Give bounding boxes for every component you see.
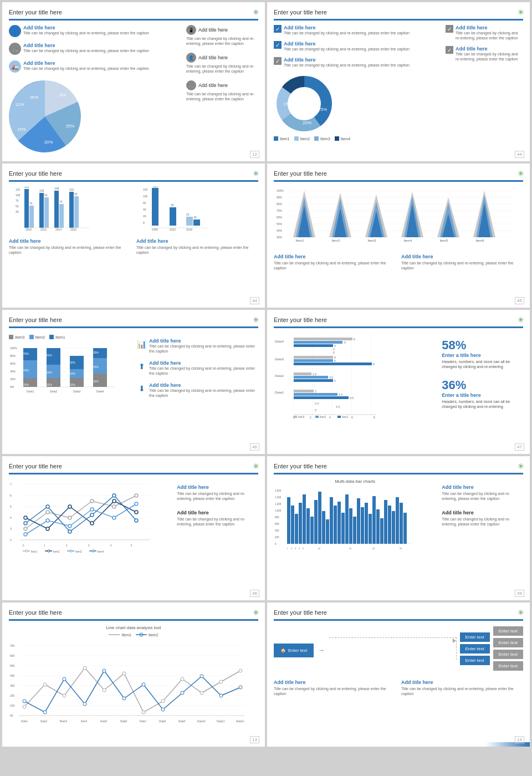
svg-point-335: [43, 711, 47, 714]
svg-point-219: [135, 510, 138, 514]
svg-rect-285: [376, 509, 380, 544]
svg-rect-152: [294, 341, 342, 344]
svg-text:6: 6: [351, 416, 353, 419]
svg-point-340: [142, 683, 145, 686]
svg-text:Item3: Item3: [298, 416, 305, 418]
chart3a-title: Add title here: [9, 238, 131, 244]
check-desc-5: Title can be changed by clicking and re-…: [456, 52, 523, 62]
svg-text:400: 400: [10, 674, 15, 677]
box-6[interactable]: Enter text: [493, 650, 523, 659]
svg-text:23: 23: [186, 213, 190, 216]
svg-rect-52: [186, 217, 193, 226]
box-7[interactable]: Enter text: [493, 661, 523, 671]
box-4[interactable]: Enter text: [493, 626, 523, 636]
svg-point-221: [46, 519, 49, 522]
svg-text:30%: 30%: [93, 380, 99, 383]
item-1-title: Add title here: [23, 25, 149, 30]
svg-text:70%: 70%: [277, 209, 283, 212]
svg-text:Item1: Item1: [342, 416, 349, 418]
svg-text:2: 2: [10, 538, 12, 542]
svg-rect-275: [337, 502, 341, 544]
svg-text:300: 300: [10, 684, 15, 687]
svg-point-242: [92, 550, 94, 552]
svg-text:2016: 2016: [70, 228, 76, 231]
legend-5-3: Item1: [49, 335, 65, 339]
legend-item-1: Item1: [274, 136, 290, 141]
svg-text:2.4: 2.4: [315, 402, 319, 405]
box-2[interactable]: Enter text: [460, 644, 490, 654]
svg-rect-170: [294, 379, 333, 382]
svg-rect-267: [306, 508, 310, 544]
checkbox-5[interactable]: ✓: [446, 46, 453, 54]
icon-download: ⬇: [136, 382, 147, 395]
home-text: Enter text: [288, 648, 307, 653]
checkbox-2[interactable]: ✓: [274, 41, 282, 49]
slide-8-title: Enter your title here: [274, 463, 523, 469]
svg-text:20%: 20%: [47, 383, 53, 386]
right-icon-3: 🚲: [186, 80, 196, 90]
stat-2-desc: Headers, numbers, and more can all be ch…: [442, 399, 523, 409]
svg-rect-150: [294, 338, 352, 340]
checkbox-4[interactable]: ✓: [446, 25, 453, 33]
box-5[interactable]: Enter text: [493, 638, 523, 647]
svg-rect-28: [69, 192, 74, 228]
icon-upload: ⬆: [136, 360, 147, 372]
line-chart-7: 7 6 5 4 3 2 0 1 2 3 4 5: [9, 479, 153, 557]
svg-text:20: 20: [143, 215, 146, 218]
svg-text:40%: 40%: [300, 89, 309, 94]
slide5-r2-desc: Title can be changed by clicking and re-…: [149, 366, 258, 376]
svg-text:2: 2: [66, 544, 68, 547]
svg-rect-49: [170, 207, 176, 226]
svg-text:8: 8: [374, 416, 375, 419]
svg-text:Data10: Data10: [197, 720, 206, 723]
svg-text:0: 0: [275, 543, 277, 545]
box-3[interactable]: Enter text: [460, 656, 490, 665]
svg-text:3: 3: [295, 548, 296, 550]
svg-text:Data5: Data5: [100, 720, 108, 723]
svg-point-324: [63, 694, 66, 697]
slide10-title1: Add title here: [274, 680, 396, 685]
slide10-title2: Add title here: [401, 680, 523, 685]
svg-text:4: 4: [10, 516, 12, 519]
slide4-title2: Add title here: [401, 254, 523, 259]
snowflake-icon-1: ✳: [253, 8, 259, 17]
slide-10: Enter your title here ✳ 🏠 Enter text →: [267, 603, 530, 747]
svg-rect-281: [361, 507, 364, 544]
svg-rect-177: [294, 396, 349, 399]
svg-point-208: [24, 527, 27, 530]
svg-text:40%: 40%: [23, 352, 29, 355]
check-title-5: Add title here: [456, 46, 523, 52]
checkbox-3[interactable]: ✓: [274, 57, 282, 65]
svg-text:4: 4: [110, 544, 112, 547]
svg-point-209: [46, 510, 49, 514]
checkbox-1[interactable]: ✓: [274, 25, 282, 33]
page-num-2: 44: [515, 151, 524, 158]
svg-rect-159: [294, 356, 333, 359]
svg-point-225: [135, 502, 138, 506]
svg-point-342: [181, 691, 184, 695]
svg-rect-187: [337, 416, 341, 418]
svg-point-227: [46, 505, 49, 508]
chart3b-title: Add title here: [136, 238, 258, 244]
right-desc-3: Title can be changed by clicking and re-…: [186, 91, 258, 101]
svg-point-339: [122, 697, 126, 700]
line-analysis-title: Line chart data analysis tool: [9, 625, 258, 630]
svg-text:8%: 8%: [60, 93, 66, 98]
svg-point-215: [46, 527, 49, 530]
svg-text:Data8: Data8: [159, 720, 166, 723]
svg-point-325: [83, 666, 86, 670]
home-button[interactable]: 🏠 Enter text: [274, 644, 314, 657]
svg-text:122: 122: [16, 188, 21, 191]
svg-text:80%: 80%: [277, 202, 283, 206]
svg-text:Item2: Item2: [53, 550, 60, 553]
multi-bar-chart-8: 1,600 1,400 1,200 1,000 800 600 400 200 …: [274, 486, 412, 558]
svg-text:2014: 2014: [55, 228, 62, 231]
svg-text:4.3: 4.3: [336, 405, 340, 409]
page-num-10: 14: [515, 736, 524, 743]
slide-3: Enter your title here ✳ 122 108 75 53 33…: [2, 164, 265, 308]
slide10-desc1: Title can be changed by clicking and re-…: [274, 686, 396, 696]
box-1[interactable]: Enter text: [460, 632, 490, 642]
svg-text:Data6: Data6: [120, 720, 127, 723]
svg-rect-46: [152, 188, 158, 226]
svg-text:5: 5: [131, 544, 132, 547]
